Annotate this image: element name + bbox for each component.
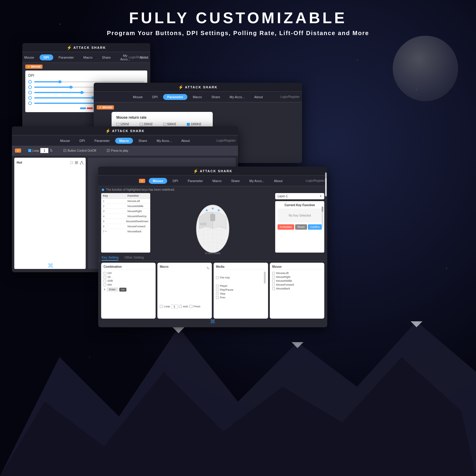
play-pause-check[interactable]	[216, 289, 219, 291]
macro-nav-share[interactable]: Share	[134, 138, 151, 144]
mouse-right-panel: Layer-1 ▼ Current Key Function No Key Se…	[275, 193, 324, 253]
macro-logo: ⚡ ATTACK SHARK	[105, 129, 145, 133]
bluetooth-icon: ⌘	[48, 262, 54, 269]
macro-loop-check[interactable]	[160, 305, 163, 308]
mouse-nav-dpi[interactable]: DPI	[168, 178, 182, 184]
dpi-slider-1[interactable]	[34, 81, 144, 82]
shift-check[interactable]	[104, 280, 106, 282]
macro-loop-input[interactable]	[171, 304, 178, 309]
alt-check[interactable]	[104, 276, 106, 278]
dpi-nav-macro[interactable]: Macro	[79, 54, 97, 60]
poll-250hz[interactable]: 250HZ	[140, 123, 161, 126]
dpi-nav-dpi[interactable]: DPI	[40, 54, 53, 60]
poll-1000hz[interactable]: 1000HZ	[187, 123, 208, 126]
press-play-label: Press to play	[111, 149, 128, 152]
mouse-login[interactable]: Login/Register	[306, 179, 325, 182]
star-decoration	[446, 268, 447, 269]
win-row: Win	[104, 283, 153, 286]
dpi-titlebar: ⚡ ATTACK SHARK	[22, 43, 150, 52]
dpi-radio-3[interactable]	[28, 91, 32, 94]
key-row-2: 2 MouseMiddle	[101, 204, 150, 209]
loop-spinner[interactable]: ⇅	[50, 148, 53, 153]
stop-check[interactable]	[216, 292, 219, 295]
macro-press-check[interactable]	[190, 305, 192, 308]
ctrl-check[interactable]	[104, 272, 106, 275]
dpi-thumb-1[interactable]	[58, 80, 61, 83]
indicator-dot	[102, 189, 104, 191]
dpi-radio-5[interactable]	[28, 101, 32, 105]
param-nav-about[interactable]: About	[250, 94, 267, 100]
dpi-radio-2[interactable]	[28, 85, 32, 89]
layer-select[interactable]: Layer-1 ▼	[275, 193, 324, 199]
button-control-label: Button Control On/Off	[68, 149, 96, 152]
param-nav-macro[interactable]: Macro	[189, 94, 206, 100]
dpi-radio-4[interactable]	[28, 96, 32, 100]
enter-key-box[interactable]: Enter	[107, 287, 118, 292]
tab-other-setting[interactable]: Other Setting	[124, 256, 144, 261]
dpi-thumb-2[interactable]	[69, 86, 72, 89]
win-check[interactable]	[104, 284, 106, 286]
bc-checkbox[interactable]	[63, 149, 66, 152]
mouseforward-check[interactable]	[272, 284, 275, 286]
macro-nav-account[interactable]: My Acco...	[153, 138, 176, 144]
poll-check-1000[interactable]	[187, 123, 190, 126]
mousemiddle-check[interactable]	[272, 280, 275, 282]
mouseback-check[interactable]	[272, 287, 275, 290]
param-nav-dpi[interactable]: DPI	[148, 94, 162, 100]
param-login[interactable]: Login/Register	[281, 95, 300, 98]
macro-nav-param[interactable]: Parameter	[90, 138, 114, 144]
fire-key-check[interactable]	[216, 276, 219, 279]
poll-check-500[interactable]	[163, 123, 166, 126]
mouseright-check[interactable]	[272, 276, 275, 278]
mouse-nav-param[interactable]: Parameter	[184, 178, 207, 184]
mouse-nav-share[interactable]: Share	[227, 178, 244, 184]
mouse-nav-about[interactable]: About	[270, 178, 287, 184]
macro-login[interactable]: Login/Register	[217, 139, 236, 142]
poll-check-250[interactable]	[140, 123, 143, 126]
macro-nav-macro[interactable]: Macro	[115, 138, 133, 144]
param-nav-mouse[interactable]: Mouse	[129, 94, 147, 100]
dpi-nav-param[interactable]: Parameter	[54, 54, 78, 60]
pp-checkbox[interactable]	[107, 149, 110, 152]
hot-icon-3[interactable]: ⋀	[80, 160, 83, 165]
mouse-nav-account[interactable]: My Acco...	[245, 178, 269, 184]
macro-auto-check[interactable]	[179, 305, 182, 308]
param-nav-account[interactable]: My Acco...	[226, 94, 249, 100]
mouseright-row: MouseRight	[272, 275, 322, 278]
kf-reset-btn[interactable]: Reset	[295, 224, 307, 230]
dpi-thumb-3[interactable]	[80, 91, 83, 94]
dpi-login[interactable]: Login/Register	[129, 56, 148, 59]
poll-500hz[interactable]: 500HZ	[163, 123, 184, 126]
kf-forbidden-btn[interactable]: Forbidden	[278, 224, 295, 230]
prev-check[interactable]	[216, 296, 219, 299]
kf-confirm-btn[interactable]: Confirm	[308, 224, 322, 230]
mouse-logo-icon: ⚡	[193, 169, 199, 173]
dpi-nav-share[interactable]: Share	[98, 54, 115, 60]
ctrl-key-box[interactable]: Ctrl	[119, 288, 126, 292]
loop-input[interactable]	[40, 148, 48, 153]
player-check[interactable]	[216, 285, 219, 287]
hot-icon-1[interactable]: □	[71, 160, 73, 165]
param-nav-param[interactable]: Parameter	[163, 94, 187, 100]
loop-checkbox[interactable]	[28, 149, 31, 152]
tab-key-setting[interactable]: Key Setting	[102, 256, 118, 261]
macro-nav-mouse[interactable]: Mouse	[56, 138, 74, 144]
dpi-radio-1[interactable]	[28, 80, 32, 84]
shift-row: Shift	[104, 279, 153, 282]
macro-nav-dpi[interactable]: DPI	[75, 138, 89, 144]
macro-edit-icon[interactable]: ✎	[206, 266, 209, 270]
param-nav-share[interactable]: Share	[207, 94, 224, 100]
macro-nav-about[interactable]: About	[177, 138, 194, 144]
mouse-nav-macro[interactable]: Macro	[208, 178, 226, 184]
right-scrollbar[interactable]	[322, 206, 323, 227]
poll-check-125[interactable]	[116, 123, 119, 126]
mouseleft-check[interactable]	[272, 272, 275, 275]
stop-label: Stop	[220, 292, 226, 295]
dpi-nav-mouse[interactable]: Mouse	[22, 54, 38, 60]
star-decoration	[357, 60, 358, 60]
hot-icon-2[interactable]: ⊞	[75, 160, 78, 165]
mouseforward-row: MouseForward	[272, 283, 322, 286]
hot-panel-header: Hot □ ⊞ ⋀	[17, 160, 83, 165]
mouse-nav-mouse[interactable]: Mouse	[149, 178, 167, 184]
poll-125hz[interactable]: 125HZ	[116, 123, 137, 126]
